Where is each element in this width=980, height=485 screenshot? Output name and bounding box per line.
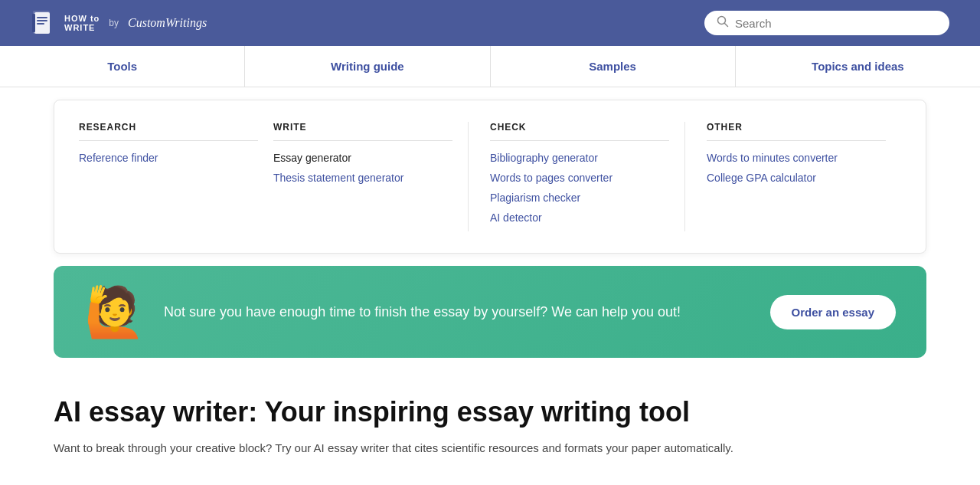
reference-finder-link[interactable]: Reference finder bbox=[79, 152, 258, 164]
logo-brand: CustomWritings bbox=[128, 16, 207, 30]
order-essay-button[interactable]: Order an essay bbox=[770, 295, 896, 329]
college-gpa-link[interactable]: College GPA calculator bbox=[707, 172, 886, 184]
promo-banner: 🙋 Not sure you have enough time to finis… bbox=[54, 266, 926, 358]
main-content: AI essay writer: Your inspiring essay wr… bbox=[0, 373, 980, 473]
page-title: AI essay writer: Your inspiring essay wr… bbox=[54, 396, 926, 428]
svg-line-7 bbox=[725, 24, 728, 27]
thesis-statement-link[interactable]: Thesis statement generator bbox=[273, 172, 452, 184]
search-bar[interactable] bbox=[704, 11, 949, 35]
other-column: OTHER Words to minutes converter College… bbox=[685, 122, 901, 231]
essay-generator-link[interactable]: Essay generator bbox=[273, 152, 452, 164]
write-header: WRITE bbox=[273, 122, 452, 141]
main-nav: Tools Writing guide Samples Topics and i… bbox=[0, 46, 980, 87]
search-icon bbox=[717, 15, 729, 31]
plagiarism-checker-link[interactable]: Plagiarism checker bbox=[490, 192, 669, 204]
words-to-pages-link[interactable]: Words to pages converter bbox=[490, 172, 669, 184]
logo-area: HOW to WRITE by CustomWritings bbox=[31, 9, 207, 37]
ai-detector-link[interactable]: AI detector bbox=[490, 211, 669, 224]
svg-rect-5 bbox=[32, 14, 35, 32]
svg-rect-2 bbox=[37, 17, 47, 18]
bibliography-generator-link[interactable]: Bibliography generator bbox=[490, 152, 669, 164]
banner-text: Not sure you have enough time to finish … bbox=[164, 302, 752, 323]
logo-by: by bbox=[109, 18, 119, 28]
other-header: OTHER bbox=[707, 122, 886, 141]
banner-emoji: 🙋 bbox=[84, 287, 145, 336]
nav-item-samples[interactable]: Samples bbox=[491, 46, 736, 87]
tools-dropdown-panel: RESEARCH Reference finder WRITE Essay ge… bbox=[54, 100, 926, 254]
check-header: CHECK bbox=[490, 122, 669, 141]
nav-item-topics[interactable]: Topics and ideas bbox=[736, 46, 980, 87]
nav-item-writing-guide[interactable]: Writing guide bbox=[245, 46, 490, 87]
page-subtitle: Want to break through your creative bloc… bbox=[54, 439, 926, 457]
words-to-minutes-link[interactable]: Words to minutes converter bbox=[707, 152, 886, 164]
svg-rect-4 bbox=[37, 23, 44, 25]
svg-rect-3 bbox=[37, 20, 47, 21]
research-column: RESEARCH Reference finder bbox=[79, 122, 273, 231]
write-column: WRITE Essay generator Thesis statement g… bbox=[273, 122, 468, 231]
logo-icon bbox=[31, 9, 58, 37]
nav-item-tools[interactable]: Tools bbox=[0, 46, 245, 87]
search-input[interactable] bbox=[735, 17, 937, 30]
research-header: RESEARCH bbox=[79, 122, 258, 141]
header: HOW to WRITE by CustomWritings bbox=[0, 0, 980, 46]
check-column: CHECK Bibliography generator Words to pa… bbox=[468, 122, 685, 231]
